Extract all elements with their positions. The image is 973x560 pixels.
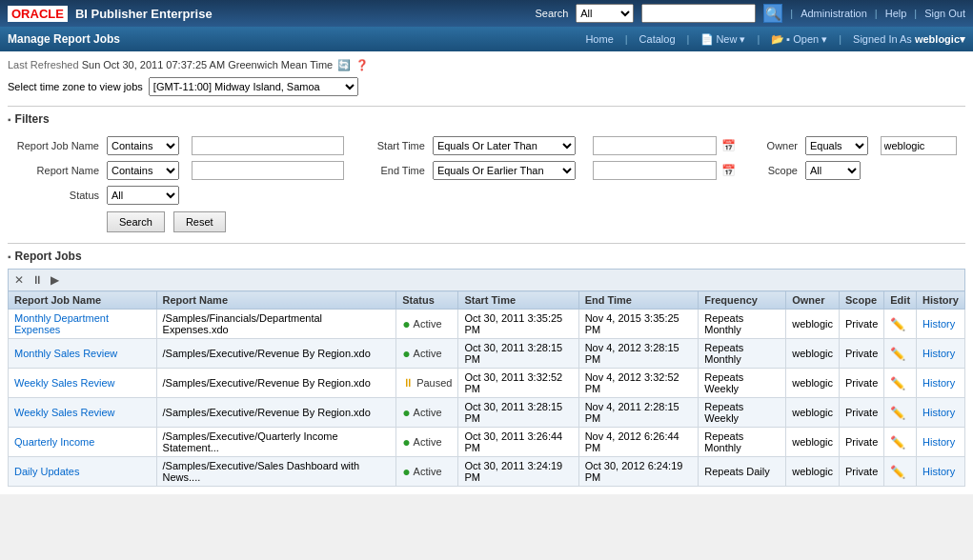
report-job-name-input[interactable] [192,136,344,155]
col-header-history: History [917,291,965,310]
active-status-icon: ● [402,405,410,420]
owner-op-cell: EqualsContains [801,133,877,158]
open-folder-icon: 📂 [771,33,784,46]
nav-separator2: | [875,8,878,19]
refresh-timestamp: Sun Oct 30, 2011 07:37:25 AM Greenwich M… [82,59,334,70]
edit-cell: ✏️ [884,398,917,428]
start-time-cell: Oct 30, 2011 3:26:44 PM [458,428,578,457]
report-name-op-select[interactable]: ContainsEqualsStarts With [107,161,179,180]
history-link[interactable]: History [922,377,955,389]
report-job-name-op-select[interactable]: ContainsEqualsStarts With [107,136,179,155]
history-link[interactable]: History [922,466,955,477]
job-name-link[interactable]: Weekly Sales Review [14,407,115,418]
folder-icon: 📄 [700,33,714,46]
col-header-job-name[interactable]: Report Job Name [9,291,157,310]
col-header-scope[interactable]: Scope [840,291,884,310]
help-icon[interactable]: ❓ [355,59,369,70]
status-badge: ● Active [402,346,452,361]
job-name-link[interactable]: Monthly Sales Review [14,348,117,359]
start-time-input[interactable] [593,136,717,155]
end-time-cell: Nov 4, 2012 3:28:15 PM [578,339,699,369]
report-name-input[interactable] [192,161,344,180]
col-header-end-time[interactable]: End Time [578,291,699,310]
col-header-status[interactable]: Status [396,291,458,310]
scope-cell: Private [840,398,884,428]
report-name-cell: /Samples/Financials/Departmental Expense… [156,310,396,339]
filters-collapse-icon: ▪ [8,114,11,125]
history-link[interactable]: History [922,407,955,418]
search-button[interactable]: 🔍 [763,4,782,23]
signed-in-user[interactable]: weblogic▾ [915,33,965,45]
history-link[interactable]: History [922,318,955,330]
status-badge: ● Active [402,316,452,331]
col-header-frequency[interactable]: Frequency [699,291,786,310]
filter-row-1: Report Job Name ContainsEqualsStarts Wit… [8,133,965,158]
col-header-report-name[interactable]: Report Name [156,291,396,310]
table-header-row: Report Job Name Report Name Status Start… [9,291,965,310]
status-select[interactable]: AllActivePausedCompleted [107,186,179,205]
table-row: Daily Updates /Samples/Executive/Sales D… [9,457,965,487]
edit-icon[interactable]: ✏️ [890,347,905,361]
report-name-cell: /Samples/Executive/Sales Dashboard with … [156,457,396,487]
home-link[interactable]: Home [585,33,613,45]
start-time-cell: Oct 30, 2011 3:35:25 PM [458,310,578,339]
col-header-start-time[interactable]: Start Time [458,291,578,310]
administration-link[interactable]: Administration [801,8,867,19]
table-row: Weekly Sales Review /Samples/Executive/R… [9,369,965,398]
history-link[interactable]: History [922,436,955,448]
owner-input[interactable] [881,136,957,155]
signed-in-label: Signed In As weblogic▾ [853,33,965,46]
owner-op-select[interactable]: EqualsContains [805,136,868,155]
reset-button[interactable]: Reset [173,211,226,232]
history-cell: History [917,310,965,339]
edit-icon[interactable]: ✏️ [890,376,905,390]
pause-toolbar-icon[interactable]: ⏸ [30,272,45,288]
owner-cell: weblogic [786,339,840,369]
edit-icon[interactable]: ✏️ [890,406,905,420]
help-link[interactable]: Help [885,8,907,19]
timezone-select[interactable]: [GMT-11:00] Midway Island, Samoa [149,77,358,96]
status-badge: ● Active [402,464,452,479]
filters-table: Report Job Name ContainsEqualsStarts Wit… [8,133,965,235]
status-cell: ⏸ Paused [396,369,458,398]
search-button[interactable]: Search [107,211,165,232]
main-content: Last Refreshed Sun Oct 30, 2011 07:37:25… [0,51,973,494]
col-header-owner[interactable]: Owner [786,291,840,310]
end-time-cell: Nov 4, 2012 3:32:52 PM [578,369,699,398]
end-time-calendar-icon[interactable]: 📅 [721,164,736,177]
refresh-icon[interactable]: 🔄 [337,59,351,70]
end-time-cell: Oct 30, 2012 6:24:19 PM [578,457,699,487]
delete-toolbar-icon[interactable]: ✕ [12,272,26,288]
signout-link[interactable]: Sign Out [924,8,965,19]
new-dropdown[interactable]: 📄 New ▾ [700,33,745,46]
scope-select[interactable]: AllPrivateShared [805,161,861,180]
catalog-link[interactable]: Catalog [639,33,676,45]
search-type-select[interactable]: All Reports Folders [576,4,634,23]
scope-cell: Private [840,339,884,369]
start-time-label: Start Time [357,133,428,158]
end-time-op-select[interactable]: Equals Or Earlier ThanEquals Or Later Th… [433,161,576,180]
report-name-cell: /Samples/Executive/Quarterly Income Stat… [156,428,396,457]
job-name-link[interactable]: Monthly Department Expenses [14,312,109,335]
end-time-label: End Time [357,158,428,183]
edit-icon[interactable]: ✏️ [890,465,905,479]
history-link[interactable]: History [922,348,955,359]
filters-section-header[interactable]: ▪ Filters [8,112,965,126]
job-name-link[interactable]: Quarterly Income [14,436,94,448]
owner-cell: weblogic [786,428,840,457]
job-name-link[interactable]: Daily Updates [14,466,79,477]
report-job-name-op-cell: ContainsEqualsStarts With [103,133,188,158]
report-jobs-section-header: ▪ Report Jobs [8,250,965,263]
start-time-calendar-icon[interactable]: 📅 [721,139,736,152]
edit-icon[interactable]: ✏️ [890,317,905,331]
play-toolbar-icon[interactable]: ▶ [49,272,61,288]
start-time-op-select[interactable]: Equals Or Later ThanEquals Or Earlier Th… [433,136,576,155]
search-input[interactable] [641,4,756,23]
edit-icon[interactable]: ✏️ [890,435,905,450]
job-name-link[interactable]: Weekly Sales Review [14,377,115,389]
scope-label: Scope [748,158,801,183]
end-time-input[interactable] [593,161,717,180]
status-badge: ● Active [402,405,452,420]
owner-cell: weblogic [786,369,840,398]
open-dropdown[interactable]: 📂 ▪ Open ▾ [771,33,827,46]
